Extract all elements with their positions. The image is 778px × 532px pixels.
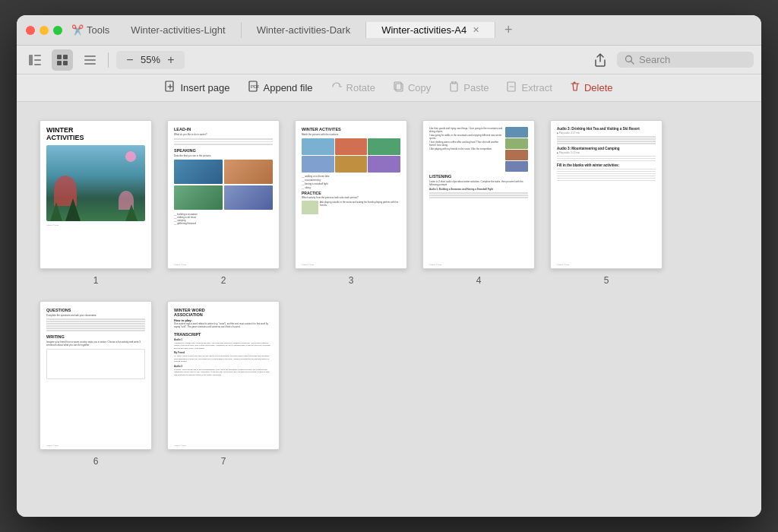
svg-rect-1 [34,55,41,56]
svg-rect-0 [29,55,33,65]
page-number-2: 2 [221,275,226,286]
close-button[interactable] [26,26,35,35]
extract-button[interactable]: Extract [507,81,552,94]
zoom-value: 55% [141,54,160,65]
delete-icon [571,81,580,94]
tools-label: Tools [87,24,109,36]
page-thumb-7[interactable]: WINTER WORD ASSOCIATION How to play: One… [167,301,280,467]
page-thumb-3[interactable]: WINTER ACTIVITES Match the pictures with… [295,120,407,286]
svg-rect-4 [57,55,62,59]
sidebar-toggle-button[interactable] [24,49,46,71]
svg-rect-10 [84,63,96,65]
extract-icon [507,81,517,94]
rotate-label: Rotate [346,82,375,93]
paste-icon [449,81,459,94]
list-view-button[interactable] [79,49,100,71]
title-bar: ✂️ Tools Winter-activities-Light Winter-… [17,15,761,46]
page-card-7[interactable]: WINTER WORD ASSOCIATION How to play: One… [167,301,280,450]
zoom-in-button[interactable]: + [163,52,179,68]
action-bar: Insert page PDF Append file Rotate [17,74,761,102]
svg-line-12 [631,62,634,65]
page-card-3[interactable]: WINTER ACTIVITES Match the pictures with… [295,120,407,269]
share-button[interactable] [590,49,611,71]
rotate-icon [331,81,342,94]
append-file-icon: PDF [248,81,259,95]
page-card-1[interactable]: WINTERACTIVITIES Lesson © P [40,120,152,269]
copy-button[interactable]: Copy [394,81,431,94]
append-file-button[interactable]: PDF Append file [248,81,313,95]
delete-button[interactable]: Delete [571,81,613,94]
copy-label: Copy [408,82,431,93]
tab-dark-label: Winter-activities-Dark [257,24,351,36]
svg-rect-2 [34,59,41,61]
svg-rect-9 [84,59,96,61]
plus-icon: + [504,22,513,38]
append-file-label: Append file [264,82,313,93]
tab-light-label: Winter-activities-Light [131,24,225,36]
tab-dark[interactable]: Winter-activities-Dark [242,22,367,38]
traffic-lights [26,26,62,35]
insert-page-icon [165,81,176,95]
page-number-4: 4 [476,275,482,286]
insert-page-label: Insert page [180,82,229,93]
main-content[interactable]: WINTERACTIVITIES Lesson © P [17,102,761,517]
grid-view-button[interactable] [52,49,73,71]
search-icon [625,55,634,65]
paste-button[interactable]: Paste [449,81,489,94]
extract-label: Extract [521,82,552,93]
insert-page-button[interactable]: Insert page [165,81,229,95]
page-thumb-2[interactable]: LEAD-IN What do you like to do in winter… [167,120,280,286]
tab-light[interactable]: Winter-activities-Light [115,22,241,38]
rotate-button[interactable]: Rotate [331,81,375,94]
page-card-6[interactable]: QUESTIONS Complete the questions and ask… [40,301,152,450]
page-number-1: 1 [93,275,99,286]
page-thumb-4[interactable]: Like their goods and trying new things. … [422,120,535,286]
paste-label: Paste [463,82,489,93]
page-number-5: 5 [604,275,609,286]
toolbar: − 55% + [17,46,761,74]
svg-rect-6 [57,61,62,65]
copy-icon [394,81,403,94]
svg-rect-3 [34,64,41,65]
search-box[interactable] [617,52,754,68]
svg-rect-5 [63,55,68,59]
pages-grid: WINTERACTIVITIES Lesson © P [40,120,738,467]
page-card-5[interactable]: Audio 3: Drinking Hot Tea and Visiting a… [550,120,663,269]
svg-rect-8 [84,55,96,57]
app-window: ✂️ Tools Winter-activities-Light Winter-… [17,15,761,517]
zoom-control: − 55% + [116,51,185,69]
svg-text:PDF: PDF [251,84,259,89]
add-tab-button[interactable]: + [495,22,522,38]
minimize-button[interactable] [40,26,49,35]
page-number-3: 3 [349,275,354,286]
page-card-4[interactable]: Like their goods and trying new things. … [422,120,535,269]
toolbar-divider-1 [108,52,109,68]
page-card-2[interactable]: LEAD-IN What do you like to do in winter… [167,120,280,269]
search-input[interactable] [639,54,738,65]
svg-rect-20 [451,83,457,91]
page-thumb-1[interactable]: WINTERACTIVITIES Lesson © P [40,120,152,286]
scissors-icon: ✂️ [71,24,84,36]
page-thumb-5[interactable]: Audio 3: Drinking Hot Tea and Visiting a… [550,120,663,286]
page-number-7: 7 [221,456,226,467]
tab-close-icon[interactable]: ✕ [473,25,479,35]
tab-a4-label: Winter-activities-A4 [381,24,466,36]
page-number-6: 6 [93,456,99,467]
zoom-out-button[interactable]: − [122,52,138,68]
tab-a4[interactable]: Winter-activities-A4 ✕ [366,22,495,38]
tools-menu[interactable]: ✂️ Tools [71,24,109,36]
svg-rect-7 [63,61,68,65]
page-thumb-6[interactable]: QUESTIONS Complete the questions and ask… [40,301,152,467]
delete-label: Delete [584,82,613,93]
maximize-button[interactable] [53,26,62,35]
tabs-area: Winter-activities-Light Winter-activitie… [115,22,752,38]
